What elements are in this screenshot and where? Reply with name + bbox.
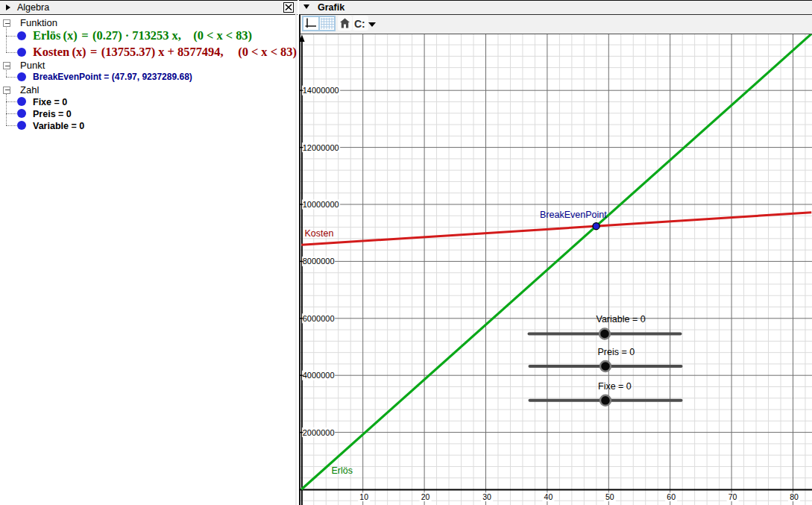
svg-text:80: 80 <box>790 492 799 501</box>
svg-text:10000000: 10000000 <box>302 200 339 209</box>
svg-text:2000000: 2000000 <box>302 428 334 437</box>
svg-text:BreakEvenPoint: BreakEvenPoint <box>540 210 607 220</box>
svg-text:Fixe = 0: Fixe = 0 <box>598 381 632 392</box>
svg-text:30: 30 <box>482 492 491 501</box>
svg-text:70: 70 <box>728 492 737 501</box>
svg-text:4000000: 4000000 <box>302 371 334 380</box>
svg-text:8000000: 8000000 <box>302 257 334 266</box>
svg-text:20: 20 <box>421 492 429 501</box>
svg-text:60: 60 <box>667 492 676 501</box>
svg-text:Preis = 0: Preis = 0 <box>597 347 635 357</box>
svg-text:Kosten: Kosten <box>304 228 333 239</box>
svg-text:14000000: 14000000 <box>302 86 339 95</box>
svg-text:12000000: 12000000 <box>302 143 339 152</box>
svg-text:10: 10 <box>359 492 368 501</box>
svg-text:6000000: 6000000 <box>302 314 334 323</box>
svg-text:50: 50 <box>605 492 614 501</box>
svg-text:Variable = 0: Variable = 0 <box>596 314 645 324</box>
svg-text:Erlös: Erlös <box>331 465 352 476</box>
svg-text:40: 40 <box>544 492 553 501</box>
